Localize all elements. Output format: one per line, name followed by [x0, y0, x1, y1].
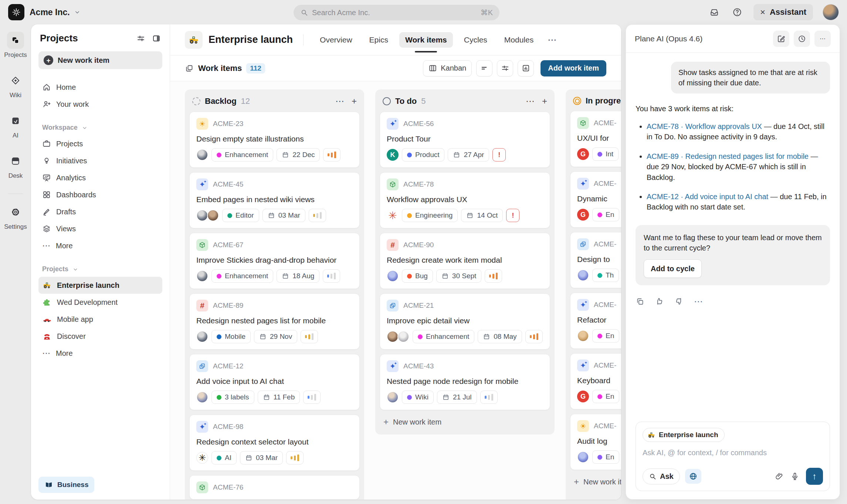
label-pill[interactable]: Engineering — [402, 209, 458, 222]
help-button[interactable] — [731, 6, 744, 19]
label-pill[interactable]: Enhancement — [211, 269, 273, 283]
due-date-pill[interactable]: 03 Mar — [240, 451, 283, 464]
tab-work-items[interactable]: Work items — [399, 32, 453, 48]
progress-chart-pill[interactable] — [485, 269, 502, 283]
rail-item-wiki[interactable]: Wiki — [7, 72, 24, 99]
work-item-card[interactable]: ACME-21 Improve epic detail view Enhance… — [380, 293, 550, 350]
work-item-card[interactable]: ACME- Design to Th — [570, 232, 621, 288]
column-menu-button[interactable]: ⋯ — [335, 96, 344, 106]
due-date-pill[interactable]: 21 Jul — [437, 391, 477, 404]
due-date-pill[interactable]: 14 Oct — [461, 209, 503, 222]
sidebar-item-initiatives[interactable]: Initiatives — [38, 152, 162, 169]
due-date-pill[interactable]: 03 Mar — [262, 209, 305, 222]
project-item-discover[interactable]: Discover — [38, 328, 162, 345]
assignee-avatar[interactable] — [196, 391, 208, 403]
work-item-card[interactable]: ✦✦ACME-43 Nested page node redesign for … — [380, 354, 550, 410]
display-options-button[interactable] — [497, 60, 513, 76]
inbox-button[interactable] — [708, 6, 721, 19]
web-search-button[interactable] — [685, 469, 701, 484]
starburst-avatar[interactable]: ✳ — [387, 210, 399, 221]
assignee-avatar[interactable] — [577, 269, 589, 281]
assignee-avatar[interactable] — [387, 270, 399, 282]
label-pill[interactable]: Enhancement — [413, 330, 474, 343]
progress-chart-pill[interactable] — [303, 391, 321, 404]
assignee-avatar[interactable] — [387, 331, 399, 343]
label-pill[interactable]: Int — [592, 147, 619, 161]
tabs-more-button[interactable]: ⋯ — [545, 35, 559, 45]
openai-avatar[interactable]: ✳ — [196, 452, 208, 464]
send-button[interactable]: ↑ — [806, 468, 823, 485]
rail-item-desk[interactable]: Desk — [7, 153, 24, 180]
work-item-card[interactable]: ✦✦ACME-98 Redesign context selector layo… — [189, 415, 360, 471]
due-date-pill[interactable]: 08 May — [478, 330, 522, 343]
work-item-card[interactable]: ACME- UX/UI for G Int — [570, 111, 621, 167]
work-item-card[interactable]: #ACME-90 Redesign create work item modal… — [380, 233, 550, 289]
copy-button[interactable] — [636, 297, 644, 306]
tab-cycles[interactable]: Cycles — [458, 32, 493, 48]
work-item-card[interactable]: ACME-76 — [189, 475, 360, 500]
due-date-pill[interactable]: 29 Nov — [254, 330, 297, 343]
voice-input-button[interactable] — [790, 472, 799, 481]
label-pill[interactable]: 3 labels — [211, 391, 254, 404]
tab-overview[interactable]: Overview — [314, 32, 358, 48]
label-pill[interactable]: Editor — [222, 209, 259, 222]
label-pill[interactable]: En — [592, 208, 619, 221]
assignee-avatar[interactable] — [196, 270, 208, 282]
assignee-avatar[interactable] — [207, 210, 219, 221]
assignee-avatar[interactable] — [577, 451, 589, 463]
assignee-avatar[interactable]: G — [577, 148, 589, 160]
label-pill[interactable]: AI — [211, 451, 237, 464]
thumbs-down-button[interactable] — [674, 297, 684, 306]
project-item-more[interactable]: ⋯More — [38, 345, 162, 362]
tab-modules[interactable]: Modules — [498, 32, 539, 48]
assignee-avatar[interactable] — [397, 331, 409, 343]
rail-item-ai[interactable]: AI — [7, 112, 24, 139]
new-work-item-button[interactable]: + New work item — [38, 51, 162, 69]
progress-chart-pill[interactable] — [480, 391, 498, 404]
sidebar-item-analytics[interactable]: Analytics — [38, 169, 162, 186]
analytics-button[interactable] — [518, 60, 534, 76]
work-item-card[interactable]: ✦✦ACME-56 Product Tour K Product 27 Apr … — [380, 112, 550, 168]
sidebar-item-projects[interactable]: Projects — [38, 135, 162, 152]
progress-chart-pill[interactable] — [323, 148, 341, 161]
thumbs-up-button[interactable] — [655, 297, 664, 306]
project-item-enterprise-launch[interactable]: Enterprise launch — [38, 277, 162, 294]
new-work-item-row[interactable]: + New work item — [570, 474, 621, 490]
column-add-button[interactable]: + — [542, 96, 547, 106]
due-date-pill[interactable]: 11 Feb — [258, 391, 300, 404]
view-switcher-kanban[interactable]: Kanban — [423, 60, 472, 76]
work-item-link[interactable]: ACME-89 · Redesign nested pages list for… — [647, 152, 809, 160]
add-to-cycle-button[interactable]: Add to cycle — [644, 259, 702, 278]
progress-chart-pill[interactable] — [301, 330, 318, 343]
project-item-wed-development[interactable]: Wed Development — [38, 294, 162, 311]
urgent-priority-pill[interactable]: ! — [506, 209, 519, 222]
label-pill[interactable]: Product — [402, 148, 444, 161]
work-item-link[interactable]: ACME-12 · Add voice input to AI chat — [647, 193, 768, 201]
assignee-avatar[interactable] — [196, 331, 208, 343]
add-work-item-button[interactable]: Add work item — [541, 60, 606, 76]
assignee-avatar[interactable] — [196, 210, 208, 221]
label-pill[interactable]: Wiki — [402, 391, 434, 404]
context-chip[interactable]: Enterprise launch — [643, 428, 725, 442]
search-input[interactable]: Search Acme Inc. ⌘K — [294, 5, 499, 20]
progress-chart-pill[interactable] — [525, 330, 543, 343]
work-item-card[interactable]: ✦✦ACME- Refactor En — [570, 293, 621, 349]
progress-chart-pill[interactable] — [309, 209, 326, 222]
work-item-link[interactable]: ACME-78 · Workflow approvals UX — [647, 122, 762, 130]
rail-item-projects[interactable]: Projects — [4, 32, 27, 59]
sidebar-item-your-work[interactable]: Your work — [38, 96, 162, 113]
assistant-toggle-button[interactable]: × Assistant — [753, 4, 813, 20]
projects-section-header[interactable]: Projects — [42, 265, 159, 273]
chevron-down-icon[interactable] — [74, 8, 81, 16]
sidebar-filter-button[interactable] — [136, 34, 145, 43]
label-pill[interactable]: Mobile — [211, 330, 251, 343]
plan-badge[interactable]: Business — [38, 477, 94, 493]
work-item-card[interactable]: ✦✦ACME- Dynamic G En — [570, 171, 621, 228]
label-pill[interactable]: En — [592, 390, 619, 403]
due-date-pill[interactable]: 18 Aug — [277, 269, 319, 283]
progress-chart-pill[interactable] — [323, 269, 340, 283]
work-item-card[interactable]: ACME-12 Add voice input to AI chat 3 lab… — [189, 354, 360, 410]
label-pill[interactable]: Enhancement — [211, 148, 273, 161]
label-pill[interactable]: En — [592, 450, 619, 464]
work-item-card[interactable]: ACME-67 Improve Stickies drag-and-drop b… — [189, 233, 360, 289]
